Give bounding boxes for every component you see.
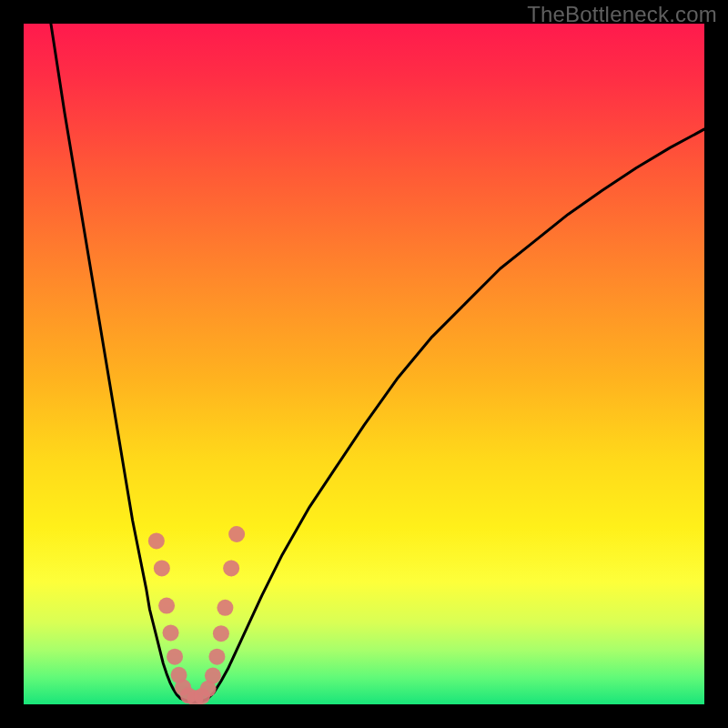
data-marker [208, 649, 225, 665]
data-marker [163, 624, 179, 641]
data-marker [154, 560, 170, 576]
data-marker [223, 560, 239, 576]
series-group [51, 24, 704, 703]
data-marker [213, 625, 229, 642]
plot-area [24, 24, 704, 704]
data-marker [148, 532, 165, 549]
marker-group [148, 526, 245, 704]
data-marker [205, 668, 221, 684]
data-marker [217, 600, 233, 616]
bottleneck-curve [51, 24, 704, 703]
data-marker [167, 649, 183, 665]
curve-layer [24, 24, 704, 704]
data-marker [158, 598, 175, 614]
data-marker [228, 526, 245, 542]
chart-frame: TheBottleneck.com [0, 0, 728, 728]
